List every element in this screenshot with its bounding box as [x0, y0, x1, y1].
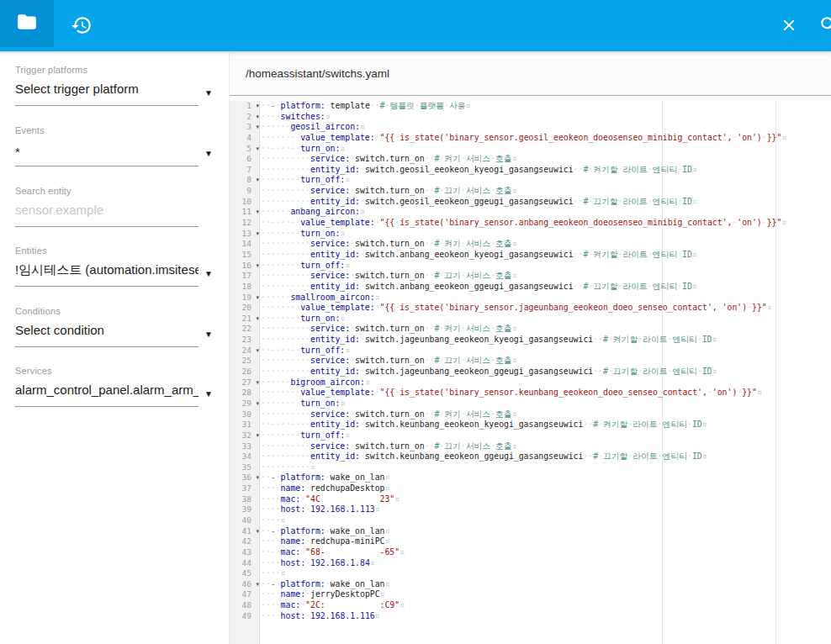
fold-toggle-icon[interactable]: ▾ — [256, 346, 259, 356]
gutter-line[interactable]: 33 — [230, 441, 259, 452]
gutter-line[interactable]: 6 — [230, 154, 259, 165]
code-line[interactable]: ····name:·redchupaDesktop¤ — [261, 483, 831, 494]
gutter-line[interactable]: 37 — [230, 483, 259, 494]
gutter-line[interactable]: 8▾ — [230, 175, 259, 186]
fold-toggle-icon[interactable]: ▾ — [256, 526, 259, 537]
gutter-line[interactable]: 49 — [230, 611, 259, 622]
code-editor[interactable]: 1▾2▾3▾45▾678▾91011▾1213▾141516▾171819▾20… — [230, 101, 831, 644]
close-icon[interactable] — [777, 13, 801, 37]
code-line[interactable]: ··········entity_id:·switch.jageunbang_e… — [261, 367, 831, 377]
gutter-line[interactable]: 47 — [230, 589, 259, 600]
gutter-line[interactable]: 22 — [230, 324, 259, 335]
code-line[interactable]: ····name:·jerryDesktopPC¤ — [261, 589, 831, 600]
gutter-line[interactable]: 9 — [230, 186, 259, 197]
gutter-line[interactable]: 25 — [230, 356, 259, 367]
gutter-line[interactable]: 21▾ — [230, 314, 259, 325]
code-line[interactable]: ····host:·192.168.1.113¤ — [261, 504, 831, 515]
fold-toggle-icon[interactable]: ▾ — [256, 175, 259, 186]
gutter-line[interactable]: 44 — [230, 558, 259, 569]
code-line[interactable]: ····¤ — [261, 568, 831, 579]
services-select[interactable]: Services alarm_control_panel.alarm_arm_a… — [15, 365, 198, 407]
code-line[interactable]: ······smallroom_aircon:¤ — [261, 293, 831, 304]
gutter-line[interactable]: 10 — [230, 197, 259, 208]
gutter-line[interactable]: 35 — [230, 462, 259, 473]
gutter-line[interactable]: 27▾ — [230, 377, 259, 388]
gutter-line[interactable]: 43 — [230, 547, 259, 558]
code-line[interactable]: ··-·platform:·wake_on_lan¤ — [261, 526, 831, 537]
fold-toggle-icon[interactable]: ▾ — [256, 314, 259, 325]
code-line[interactable]: ··········entity_id:·switch.keunbang_eeo… — [261, 451, 831, 462]
code-line[interactable]: ····host:·192.168.1.116¤ — [261, 611, 831, 622]
gutter-line[interactable]: 24▾ — [230, 346, 259, 356]
gutter-line[interactable]: 4 — [230, 133, 259, 144]
fold-toggle-icon[interactable]: ▾ — [256, 112, 259, 123]
code-line[interactable]: ····switches:¤ — [261, 112, 831, 123]
code-line[interactable]: ········turn_off:¤ — [261, 430, 831, 441]
fold-toggle-icon[interactable]: ▾ — [256, 430, 259, 441]
code-line[interactable]: ··········service:·switch.turn_on··#·끄기·… — [261, 441, 831, 452]
code-line[interactable]: ··········service:·switch.turn_on··#·켜기·… — [261, 154, 831, 165]
gutter-line[interactable]: 41▾ — [230, 526, 259, 537]
code-line[interactable]: ··-·platform:·wake_on_lan¤ — [261, 472, 831, 483]
code-line[interactable]: ··········service:·switch.turn_on··#·끄기·… — [261, 356, 831, 367]
code-line[interactable]: ··········service:·switch.turn_on··#·끄기·… — [261, 271, 831, 282]
gutter-line[interactable]: 11▾ — [230, 207, 259, 218]
gutter-line[interactable]: 12 — [230, 218, 259, 229]
gutter-line[interactable]: 14 — [230, 239, 259, 250]
code-line[interactable]: ········turn_on:¤ — [261, 229, 831, 240]
gutter-line[interactable]: 15 — [230, 250, 259, 261]
fold-toggle-icon[interactable]: ▾ — [256, 293, 259, 304]
gutter-line[interactable]: 38 — [230, 494, 259, 505]
code-line[interactable]: ········value_template:·"{{·is_state('bi… — [261, 303, 831, 314]
code-line[interactable]: ······geosil_aircon:¤ — [261, 122, 831, 133]
fold-toggle-icon[interactable]: ▾ — [256, 229, 259, 240]
code-line[interactable]: ······bigroom_aircon:¤ — [261, 377, 831, 388]
gutter-line[interactable]: 36▾ — [230, 472, 259, 483]
code-line[interactable]: ··········entity_id:·switch.anbang_eeoke… — [261, 282, 831, 293]
entities-select[interactable]: Entities !임시테스트 (automation.imsiteseut..… — [15, 245, 198, 287]
code-line[interactable]: ··········service:·switch.turn_on··#·끄기·… — [261, 186, 831, 197]
gutter-line[interactable]: 29▾ — [230, 399, 259, 409]
code-line[interactable]: ··········¤ — [261, 462, 831, 473]
code-line[interactable]: ····mac:·"2C: :C9"¤ — [261, 600, 831, 611]
code-line[interactable]: ····mac:·"68- -65"¤ — [261, 547, 831, 558]
fold-toggle-icon[interactable]: ▾ — [256, 261, 259, 272]
code-line[interactable]: ····name:·redchupa-miniPC¤ — [261, 536, 831, 547]
code-line[interactable]: ··-·platform:·template··#·템플릿·플랫폼·사용¤ — [261, 101, 831, 112]
gutter-line[interactable]: 16▾ — [230, 261, 259, 272]
gutter-line[interactable]: 48 — [230, 600, 259, 611]
fold-toggle-icon[interactable]: ▾ — [256, 101, 259, 112]
gutter-line[interactable]: 45 — [230, 568, 259, 579]
code-line[interactable]: ········turn_off:¤ — [261, 346, 831, 356]
folder-tab[interactable] — [0, 0, 54, 47]
code-line[interactable]: ··········entity_id:·switch.geosil_eeoke… — [261, 197, 831, 208]
gutter-line[interactable]: 26 — [230, 367, 259, 377]
gutter-line[interactable]: 23 — [230, 335, 259, 346]
gutter-line[interactable]: 18 — [230, 282, 259, 293]
code-line[interactable]: ········value_template:·"{{·is_state('bi… — [261, 388, 831, 399]
code-line[interactable]: ··-·platform:·wake_on_lan¤ — [261, 579, 831, 590]
gutter-line[interactable]: 2▾ — [230, 112, 259, 123]
code-line[interactable]: ········turn_on:¤ — [261, 314, 831, 325]
code-line[interactable]: ··········entity_id:·switch.anbang_eeoke… — [261, 250, 831, 261]
fold-toggle-icon[interactable]: ▾ — [256, 472, 259, 483]
code-line[interactable]: ····mac:·"4C 23"¤ — [261, 494, 831, 505]
code-line[interactable]: ········turn_off:¤ — [261, 175, 831, 186]
gutter-line[interactable]: 17 — [230, 271, 259, 282]
search-icon[interactable] — [818, 13, 831, 37]
gutter-line[interactable]: 34 — [230, 451, 259, 462]
code-line[interactable]: ··········entity_id:·switch.keunbang_eeo… — [261, 420, 831, 430]
gutter-line[interactable]: 19▾ — [230, 293, 259, 304]
fold-toggle-icon[interactable]: ▾ — [256, 144, 259, 155]
events-select[interactable]: Events * ▼ — [15, 124, 198, 166]
code-line[interactable]: ········value_template:·"{{·is_state('bi… — [261, 218, 831, 229]
search-entity-field[interactable]: Search entity — [15, 185, 198, 227]
gutter-line[interactable]: 40 — [230, 515, 259, 526]
gutter-line[interactable]: 13▾ — [230, 229, 259, 240]
trigger-platform-select[interactable]: Trigger platforms Select trigger platfor… — [15, 64, 198, 106]
code-line[interactable]: ··········service:·switch.turn_on··#·켜기·… — [261, 324, 831, 335]
gutter-line[interactable]: 28 — [230, 388, 259, 399]
gutter-line[interactable]: 5▾ — [230, 144, 259, 155]
gutter-line[interactable]: 30 — [230, 409, 259, 420]
code-line[interactable]: ··········entity_id:·switch.geosil_eeoke… — [261, 165, 831, 176]
